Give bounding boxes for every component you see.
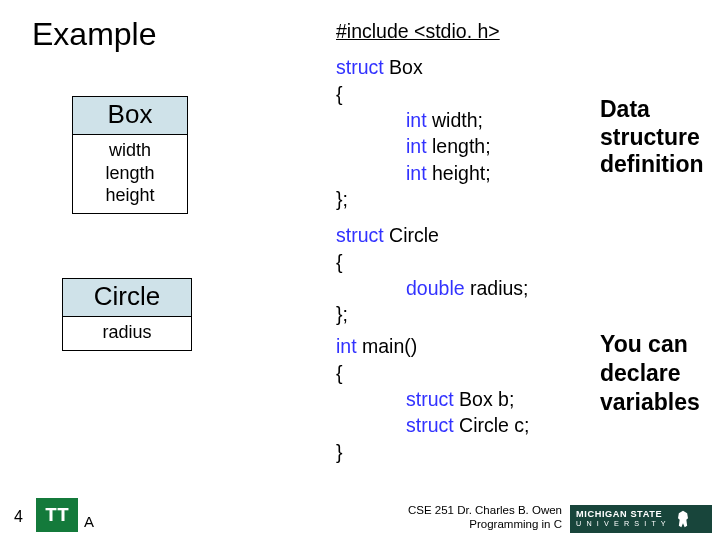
tt-badge: TT <box>36 498 78 532</box>
credit-line: CSE 251 Dr. Charles B. Owen <box>408 504 562 518</box>
code-line: } <box>336 439 530 465</box>
uml-circle-name: Circle <box>62 278 192 317</box>
include-directive: #include <stdio. h> <box>336 20 500 42</box>
code-line: { <box>336 249 530 275</box>
ident: width; <box>432 109 483 131</box>
page-number: 4 <box>14 508 23 526</box>
code-line: int main() <box>336 333 530 359</box>
uml-attr: radius <box>63 321 191 344</box>
uml-box-attrs: width length height <box>72 135 188 214</box>
slide: Example Box width length height Circle r… <box>0 0 720 540</box>
ident: height; <box>432 162 491 184</box>
code-line: { <box>336 360 530 386</box>
ident: Circle c; <box>459 414 529 436</box>
note-line: variables <box>600 388 700 417</box>
spartan-helmet-icon <box>673 509 693 529</box>
uml-attr: height <box>73 184 187 207</box>
note-line: You can <box>600 330 700 359</box>
code-block: #include <stdio. h> struct Box { int wid… <box>336 18 530 465</box>
kw-int: int <box>406 162 432 184</box>
code-line: struct Box b; <box>336 386 530 412</box>
code-line: struct Box <box>336 54 530 80</box>
msu-line: U N I V E R S I T Y <box>576 520 667 528</box>
credit-line: Programming in C <box>408 518 562 532</box>
uml-box-name: Box <box>72 96 188 135</box>
ident: length; <box>432 135 491 157</box>
ident: Circle <box>389 224 439 246</box>
note-line: structure <box>600 124 703 152</box>
kw-struct: struct <box>336 56 389 78</box>
uml-box: Box width length height <box>72 96 188 214</box>
code-line: int width; <box>336 107 530 133</box>
code-line: struct Circle <box>336 222 530 248</box>
msu-text: MICHIGAN STATE U N I V E R S I T Y <box>576 510 667 527</box>
kw-double: double <box>406 277 470 299</box>
kw-int: int <box>336 335 362 357</box>
msu-logo: MICHIGAN STATE U N I V E R S I T Y <box>570 505 712 533</box>
code-line: #include <stdio. h> <box>336 18 530 44</box>
code-line: int height; <box>336 160 530 186</box>
code-line: }; <box>336 301 530 327</box>
code-line: }; <box>336 186 530 212</box>
kw-int: int <box>406 109 432 131</box>
annotation-declare-variables: You can declare variables <box>600 330 700 416</box>
ident: radius; <box>470 277 529 299</box>
uml-attr: length <box>73 162 187 185</box>
code-line: { <box>336 81 530 107</box>
ident: main() <box>362 335 417 357</box>
page-title: Example <box>32 16 157 53</box>
code-line: struct Circle c; <box>336 412 530 438</box>
kw-struct: struct <box>406 414 459 436</box>
code-line: int length; <box>336 133 530 159</box>
note-line: declare <box>600 359 700 388</box>
uml-circle: Circle radius <box>62 278 192 351</box>
annotation-data-structure: Data structure definition <box>600 96 703 179</box>
code-line: double radius; <box>336 275 530 301</box>
kw-struct: struct <box>406 388 459 410</box>
credit-block: CSE 251 Dr. Charles B. Owen Programming … <box>408 504 562 532</box>
ident: Box b; <box>459 388 514 410</box>
kw-int: int <box>406 135 432 157</box>
tt-sublabel: A <box>84 513 94 530</box>
ident: Box <box>389 56 423 78</box>
note-line: Data <box>600 96 703 124</box>
uml-circle-attrs: radius <box>62 317 192 351</box>
note-line: definition <box>600 151 703 179</box>
kw-struct: struct <box>336 224 389 246</box>
uml-attr: width <box>73 139 187 162</box>
